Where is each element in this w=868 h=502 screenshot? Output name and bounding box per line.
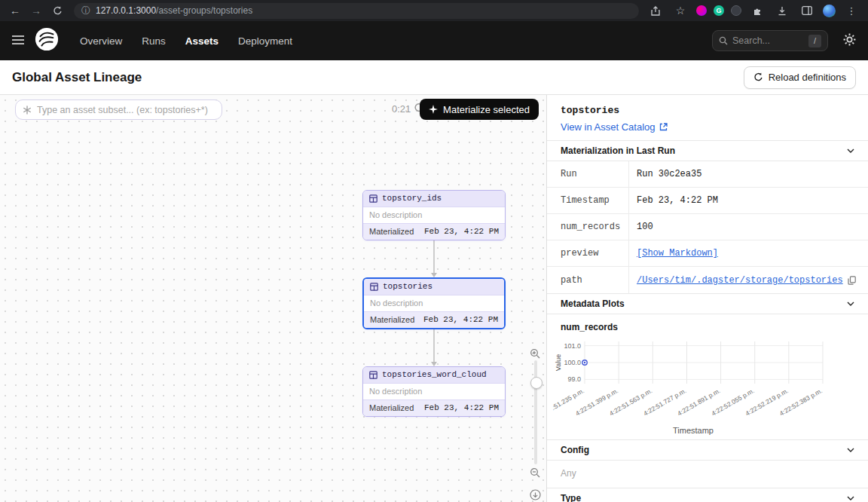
metadata-label: path	[547, 275, 628, 286]
section-title: Config	[561, 445, 589, 455]
materialize-selected-button[interactable]: Materialize selected	[420, 99, 539, 120]
chevron-down-icon[interactable]	[847, 496, 854, 500]
asset-name: topstory_ids	[382, 194, 442, 204]
show-markdown-link[interactable]: [Show Markdown]	[628, 240, 868, 266]
url-bar[interactable]: ⓘ 127.0.0.1:3000/asset-groups/topstories	[74, 3, 639, 19]
view-in-asset-catalog-link[interactable]: View in Asset Catalog	[561, 121, 854, 133]
asset-name: topstories_word_cloud	[382, 370, 487, 380]
forward-button[interactable]: →	[27, 2, 45, 19]
search-input[interactable]	[732, 35, 804, 46]
back-button[interactable]: ←	[6, 2, 24, 19]
asset-subset-filter[interactable]	[15, 99, 222, 120]
lineage-graph-pane[interactable]: 0:21 Materialize selected topstory_ids N…	[0, 95, 547, 502]
nav-item-assets[interactable]: Assets	[185, 35, 219, 47]
external-link-icon	[659, 123, 668, 131]
asset-node-topstory-ids[interactable]: topstory_ids No description Materialized…	[362, 190, 506, 240]
asset-description: No description	[364, 295, 504, 311]
asset-node-header: topstory_ids	[363, 191, 505, 207]
chevron-down-icon[interactable]	[847, 302, 854, 306]
y-tick-label: 100.0	[564, 359, 581, 366]
asset-status: Materialized	[369, 227, 414, 237]
section-header-config[interactable]: Config	[547, 439, 868, 461]
nav-links: Overview Runs Assets Deployment	[80, 35, 292, 47]
zoom-out-icon	[530, 467, 540, 478]
table-icon	[369, 371, 377, 379]
global-search[interactable]: /	[712, 30, 828, 51]
puzzle-glyph	[753, 6, 763, 16]
asset-node-topstories[interactable]: topstories No description Materialized F…	[362, 277, 506, 329]
dagster-logo[interactable]	[35, 27, 59, 54]
recenter-button[interactable]	[528, 488, 542, 501]
asset-status: Materialized	[370, 315, 414, 325]
metadata-row-timestamp: Timestamp Feb 23, 4:22 PM	[547, 188, 868, 214]
copy-icon[interactable]	[848, 276, 856, 285]
asset-materialized-date: Feb 23, 4:22 PM	[424, 227, 499, 237]
zoom-slider-track[interactable]	[534, 360, 537, 464]
chart-x-axis-label: Timestamp	[553, 426, 833, 439]
zoom-in-button[interactable]	[528, 347, 542, 360]
profile-avatar[interactable]	[823, 5, 836, 17]
share-icon[interactable]	[646, 2, 665, 19]
downloads-icon[interactable]	[773, 2, 791, 19]
chevron-down-icon[interactable]	[847, 148, 854, 153]
site-info-icon[interactable]: ⓘ	[81, 5, 90, 17]
y-tick-label: 101.0	[564, 342, 581, 350]
asset-description: No description	[363, 207, 505, 223]
refresh-page-button[interactable]	[48, 2, 66, 19]
search-icon	[719, 36, 728, 45]
zoom-slider-handle[interactable]	[530, 377, 542, 389]
asset-name: topstories	[383, 282, 432, 292]
num-records-value: 100	[628, 214, 868, 240]
metadata-row-preview: preview [Show Markdown]	[547, 240, 868, 267]
metadata-row-num-records: num_records 100	[547, 214, 868, 240]
section-title: Materialization in Last Run	[561, 145, 675, 156]
hamburger-glyph	[12, 35, 24, 44]
asset-details-panel: topstories View in Asset Catalog Materia…	[547, 95, 868, 502]
metadata-plot: 99.0100.0101.04:22:51.235 p.m.4:22:51.39…	[547, 332, 868, 426]
settings-gear-icon[interactable]	[843, 33, 856, 49]
nav-item-runs[interactable]: Runs	[142, 35, 166, 47]
section-header-materialization[interactable]: Materialization in Last Run	[547, 140, 868, 161]
page-title: Global Asset Lineage	[12, 70, 142, 85]
side-panel-glyph	[802, 6, 812, 15]
page-url: 127.0.0.1:3000/asset-groups/topstories	[96, 5, 252, 16]
asset-subset-input[interactable]	[37, 105, 215, 115]
page-header: Global Asset Lineage Reload definitions	[0, 60, 868, 95]
materialize-selected-label: Materialize selected	[443, 104, 530, 115]
bookmark-star-icon[interactable]: ☆	[671, 2, 689, 19]
section-header-metadata-plots[interactable]: Metadata Plots	[547, 293, 868, 314]
share-glyph	[651, 6, 660, 16]
reload-definitions-button[interactable]: Reload definitions	[744, 66, 856, 89]
section-header-type[interactable]: Type	[547, 488, 868, 502]
extensions-puzzle-icon[interactable]	[748, 2, 766, 19]
extension-icon-2[interactable]	[731, 5, 741, 16]
dagster-logo-glyph	[35, 27, 59, 51]
side-panel-icon[interactable]	[798, 2, 816, 19]
materialize-star-icon	[429, 105, 438, 114]
hamburger-menu-icon[interactable]	[12, 34, 24, 47]
num-records-chart: 99.0100.0101.04:22:51.235 p.m.4:22:51.39…	[553, 335, 833, 423]
section-title: Type	[561, 493, 581, 502]
browser-actions: ☆ G ⋮	[646, 2, 862, 19]
run-id-value[interactable]: Run 30c2ea35	[628, 161, 868, 187]
browser-menu-icon[interactable]: ⋮	[842, 2, 860, 19]
chevron-down-icon[interactable]	[847, 448, 854, 452]
path-link[interactable]: /Users/tim/.dagster/storage/topstories	[637, 275, 843, 286]
zoom-out-button[interactable]	[528, 466, 542, 479]
asset-node-header: topstories	[364, 279, 504, 295]
download-glyph	[778, 6, 787, 16]
extension-icon-1[interactable]	[696, 5, 707, 16]
browser-toolbar: ← → ⓘ 127.0.0.1:3000/asset-groups/topsto…	[0, 0, 868, 21]
config-value: Any	[547, 461, 868, 488]
nav-item-overview[interactable]: Overview	[80, 35, 122, 47]
y-axis-label: Value	[555, 354, 562, 371]
asset-node-topstories-word-cloud[interactable]: topstories_word_cloud No description Mat…	[362, 366, 506, 417]
path-value: /Users/tim/.dagster/storage/topstories	[628, 267, 868, 293]
asset-status: Materialized	[369, 403, 414, 413]
url-path: /asset-groups/topstories	[156, 5, 252, 16]
zoom-in-icon	[530, 348, 540, 359]
nav-item-deployment[interactable]: Deployment	[238, 35, 292, 47]
extension-icon-grammarly[interactable]: G	[714, 5, 724, 16]
app-navbar: Overview Runs Assets Deployment /	[0, 21, 868, 60]
refresh-countdown: 0:21	[392, 103, 411, 115]
